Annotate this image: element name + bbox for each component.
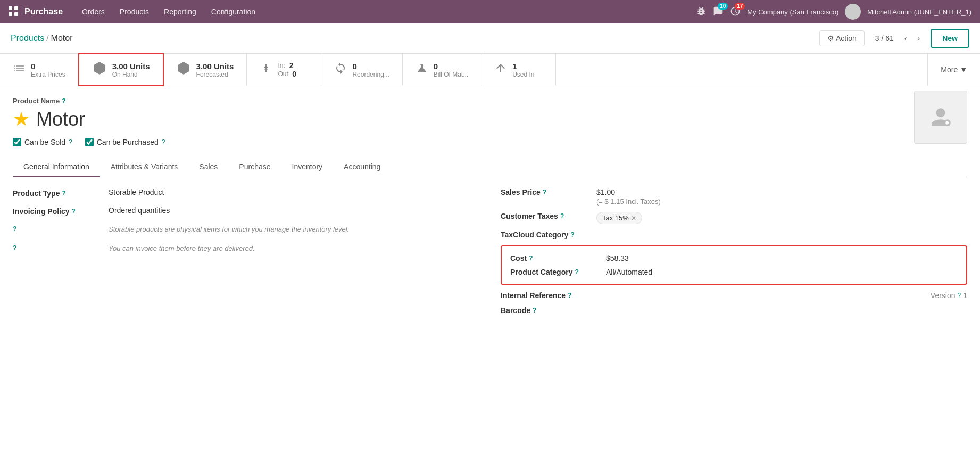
- note2-row: ? You can invoice them before they are d…: [13, 243, 479, 254]
- sales-price-row: Sales Price ? $1.00 (= $ 1.15 Incl. Taxe…: [501, 188, 967, 206]
- svg-rect-1: [14, 6, 18, 10]
- list-icon: [13, 62, 26, 78]
- stat-forecasted[interactable]: 3.00 Units Forecasted: [163, 54, 247, 86]
- product-checkboxes: Can be Sold ? Can be Purchased ?: [13, 138, 967, 146]
- pagination-nav: 3 / 61 ‹ ›: [871, 32, 924, 45]
- tab-general[interactable]: General Information: [13, 157, 100, 177]
- category-help-icon[interactable]: ?: [575, 268, 578, 276]
- top-navigation: Purchase Orders Products Reporting Confi…: [0, 0, 980, 23]
- product-photo[interactable]: [914, 91, 967, 144]
- company-name: My Company (San Francisco): [747, 8, 838, 16]
- product-category-row: Product Category ? All/Automated: [510, 268, 958, 276]
- cost-category-box: Cost ? $58.33 Product Category ? All/Aut…: [501, 245, 967, 285]
- tab-attributes[interactable]: Attributes & Variants: [100, 157, 189, 177]
- customer-taxes-row: Customer Taxes ? Tax 15% ✕: [501, 212, 967, 224]
- internal-reference-row: Internal Reference ? Version ? 1: [501, 291, 967, 300]
- tab-purchase[interactable]: Purchase: [228, 157, 281, 177]
- sales-price-value[interactable]: $1.00: [596, 188, 661, 196]
- product-type-value[interactable]: Storable Product: [109, 188, 479, 196]
- note1-help-icon[interactable]: ?: [13, 225, 16, 233]
- stat-on-hand[interactable]: 3.00 Units On Hand: [78, 53, 164, 86]
- on-hand-count: 3.00 Units: [112, 62, 150, 71]
- on-hand-label: On Hand: [112, 71, 150, 78]
- in-out-icon: [260, 62, 272, 78]
- forecasted-count: 3.00 Units: [196, 62, 234, 71]
- bom-label: Bill Of Mat...: [434, 71, 468, 78]
- reorder-icon: [334, 62, 347, 78]
- barcode-row: Barcode ?: [501, 306, 967, 315]
- tab-accounting[interactable]: Accounting: [333, 157, 391, 177]
- cost-help-icon[interactable]: ?: [529, 254, 533, 262]
- main-content: Product Name ? ★ Motor Can be Sold ? Can…: [0, 86, 980, 332]
- svg-rect-2: [9, 12, 12, 16]
- type-help-icon[interactable]: ?: [62, 190, 65, 197]
- breadcrumb-bar: Products / Motor ⚙ Action 3 / 61 ‹ › New: [0, 23, 980, 54]
- user-avatar[interactable]: [845, 4, 861, 20]
- invoicing-help-icon[interactable]: ?: [72, 208, 76, 215]
- invoicing-policy-row: Invoicing Policy ? Ordered quantities: [13, 206, 479, 216]
- reordering-count: 0: [352, 62, 389, 71]
- next-arrow[interactable]: ›: [913, 32, 925, 45]
- forecasted-label: Forecasted: [196, 71, 234, 78]
- taxcloud-help-icon[interactable]: ?: [570, 231, 574, 239]
- barcode-help-icon[interactable]: ?: [533, 307, 536, 314]
- action-button[interactable]: ⚙ Action: [819, 30, 865, 46]
- favorite-star[interactable]: ★: [13, 108, 30, 130]
- used-in-icon: [494, 62, 507, 78]
- stat-bom[interactable]: 0 Bill Of Mat...: [403, 54, 481, 86]
- activity-icon[interactable]: 17: [730, 6, 741, 18]
- forecasted-icon: [176, 61, 191, 79]
- new-button[interactable]: New: [931, 29, 969, 48]
- note2-help-icon[interactable]: ?: [13, 244, 16, 252]
- more-button[interactable]: More ▼: [927, 54, 980, 86]
- prev-arrow[interactable]: ‹: [900, 32, 911, 45]
- tax-remove-icon[interactable]: ✕: [631, 215, 636, 222]
- note1-text: Storable products are physical items for…: [109, 224, 479, 235]
- sold-help-icon[interactable]: ?: [69, 138, 72, 146]
- purchased-help-icon[interactable]: ?: [162, 138, 165, 146]
- tax-incl-text: (= $ 1.15 Incl. Taxes): [596, 198, 661, 206]
- in-count: 2: [289, 61, 294, 70]
- bom-icon: [416, 62, 428, 78]
- stat-used-in[interactable]: 1 Used In: [481, 54, 556, 86]
- stat-extra-prices[interactable]: 0 Extra Prices: [0, 54, 79, 86]
- breadcrumb-current: Motor: [51, 34, 73, 43]
- used-in-count: 1: [512, 62, 534, 71]
- product-category-value[interactable]: All/Automated: [606, 268, 958, 276]
- breadcrumb-parent[interactable]: Products: [11, 34, 44, 43]
- tab-inventory[interactable]: Inventory: [281, 157, 334, 177]
- breadcrumb: Products / Motor: [11, 34, 73, 43]
- app-name[interactable]: Purchase: [24, 7, 63, 17]
- can-be-sold-checkbox[interactable]: Can be Sold ?: [13, 138, 72, 146]
- pagination-info: 3 / 61: [871, 32, 898, 45]
- invoicing-policy-value[interactable]: Ordered quantities: [109, 206, 479, 215]
- user-name: Mitchell Admin (JUNE_ENTER_1): [867, 8, 971, 16]
- can-be-purchased-checkbox[interactable]: Can be Purchased ?: [85, 138, 165, 146]
- taxes-help-icon[interactable]: ?: [560, 212, 564, 220]
- price-help-icon[interactable]: ?: [543, 188, 546, 196]
- tax-badge[interactable]: Tax 15% ✕: [596, 212, 642, 224]
- reordering-label: Reordering...: [352, 71, 389, 78]
- taxcloud-row: TaxCloud Category ?: [501, 231, 967, 239]
- nav-products[interactable]: Products: [113, 4, 155, 19]
- breadcrumb-separator: /: [46, 34, 48, 43]
- grid-icon[interactable]: [9, 6, 18, 18]
- product-name: Motor: [36, 108, 85, 130]
- svg-rect-3: [14, 12, 18, 16]
- nav-orders[interactable]: Orders: [76, 4, 111, 19]
- stat-in-out[interactable]: In: 2 Out: 0: [247, 54, 321, 86]
- bug-icon[interactable]: [696, 6, 707, 18]
- nav-reporting[interactable]: Reporting: [157, 4, 203, 19]
- internal-ref-help-icon[interactable]: ?: [568, 292, 571, 299]
- nav-configuration[interactable]: Configuration: [205, 4, 262, 19]
- name-help-icon[interactable]: ?: [62, 97, 65, 105]
- cost-row: Cost ? $58.33: [510, 254, 958, 262]
- tab-sales[interactable]: Sales: [188, 157, 228, 177]
- chat-badge: 10: [718, 3, 728, 10]
- product-tabs: General Information Attributes & Variant…: [13, 157, 967, 177]
- version-help-icon[interactable]: ?: [958, 292, 961, 299]
- chat-icon[interactable]: 10: [713, 6, 724, 18]
- stat-reordering[interactable]: 0 Reordering...: [321, 54, 402, 86]
- svg-rect-0: [9, 6, 12, 10]
- cost-value[interactable]: $58.33: [606, 254, 958, 262]
